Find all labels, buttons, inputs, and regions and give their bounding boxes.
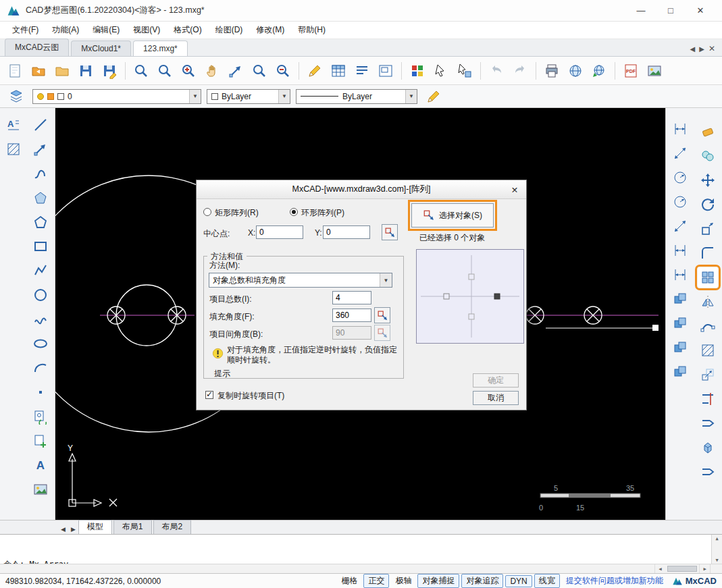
zoom-previous-button[interactable] [249,60,270,82]
redo-button[interactable] [509,60,531,82]
rect-array-radio[interactable] [203,207,211,217]
pick-center-point-button[interactable] [382,224,398,240]
center-y-input[interactable] [323,225,370,239]
menu-modify[interactable]: 修改(M) [249,22,291,38]
move-button[interactable] [698,170,718,190]
zoom-window-button[interactable] [154,60,176,82]
web-publish-button[interactable] [565,60,586,82]
stretch-button[interactable] [698,219,718,239]
circle-tool[interactable] [30,285,51,305]
select-button[interactable] [430,60,452,82]
dropdown-arrow-icon[interactable]: ▼ [405,90,417,103]
extend-button[interactable] [698,413,718,433]
group-button[interactable] [670,362,690,382]
align-button[interactable] [698,462,718,482]
command-hscrollbar[interactable]: ◀ ▶ [0,564,722,573]
toggle-dyn[interactable]: DYN [505,575,532,587]
zoom-in-button[interactable] [178,60,199,82]
select-objects-button[interactable]: 选择对象(S) [411,203,494,228]
command-window[interactable]: 命令: Mx_Array 命令: Mx_Array ▲ ▼ ◀ ▶ [0,534,722,573]
block-copy-button[interactable] [670,338,690,358]
fillet-button[interactable] [698,243,718,263]
text-style-tool[interactable] [3,115,24,135]
menu-draw[interactable]: 绘图(D) [209,22,250,38]
paste-button[interactable] [670,313,690,333]
tab-scroll-left-icon[interactable]: ◀ [690,45,696,53]
block-create-tool[interactable] [30,406,51,427]
viewport-button[interactable] [375,60,396,82]
copy-button[interactable] [698,146,718,166]
zoom-extents-button[interactable] [130,60,152,82]
toggle-otrack[interactable]: 对象追踪 [461,574,503,588]
hatch-edit-button[interactable] [698,340,718,360]
dim-aligned-button[interactable] [670,143,690,163]
pdf-export-button[interactable] [620,60,642,82]
dim-linear-button[interactable] [670,119,690,139]
items-total-input[interactable] [332,291,371,304]
new-file-button[interactable] [4,60,26,82]
hatch-tool[interactable] [3,139,24,159]
menu-edit[interactable]: 编辑(E) [86,22,126,38]
dim-rotated-button[interactable] [670,240,690,261]
scroll-right-icon[interactable]: ▶ [699,564,710,573]
line-tool[interactable] [30,115,51,135]
polygon-outline-tool[interactable] [30,212,51,232]
toggle-ortho[interactable]: 正交 [363,574,389,588]
ok-button[interactable]: 确定 [473,373,519,387]
dropdown-arrow-icon[interactable]: ▼ [278,90,290,103]
open-cloud-button[interactable] [28,60,49,82]
center-x-input[interactable] [256,225,303,239]
toggle-lineweight[interactable]: 线宽 [534,574,560,588]
polyline-edit-button[interactable] [698,316,718,336]
tab-model[interactable]: 模型 [78,520,112,534]
layer-manager-button[interactable] [5,86,27,107]
construction-line-tool[interactable] [30,139,51,159]
scroll-left-icon[interactable]: ◀ [654,564,665,573]
tab-123mxg[interactable]: 123.mxg* [133,41,188,56]
block-insert-tool[interactable] [30,431,51,451]
toggle-polar[interactable]: 极轴 [391,574,415,587]
undo-button[interactable] [486,60,507,82]
dim-continue-button[interactable] [670,265,690,285]
tab-mxcad-cloud[interactable]: MxCAD云图 [5,38,69,56]
rotate-button[interactable] [698,194,718,215]
open-button[interactable] [51,60,73,82]
tab-close-icon[interactable]: ✕ [708,44,715,53]
menu-help[interactable]: 帮助(H) [291,22,332,38]
dropdown-arrow-icon[interactable]: ▼ [189,90,201,103]
array-button[interactable] [698,267,718,288]
zoom-scale-button[interactable] [225,60,247,82]
menu-format[interactable]: 格式(O) [167,22,208,38]
save-as-button[interactable] [99,60,120,82]
arc-tool[interactable] [30,358,51,378]
feedback-link[interactable]: 提交软件问题或增加新功能 [566,575,663,587]
zoom-out-button[interactable] [272,60,294,82]
table-button[interactable] [328,60,349,82]
command-vscrollbar[interactable]: ▲ ▼ [711,535,722,564]
method-dropdown[interactable]: 对象总数和填充角度 ▼ [209,273,392,288]
select-similar-button[interactable] [454,60,475,82]
menu-view[interactable]: 视图(V) [126,22,167,38]
scale-button[interactable] [698,365,718,385]
layout-prev-icon[interactable]: ◀ [58,525,68,534]
toggle-grid[interactable]: 栅格 [337,574,361,587]
dim-radius-button[interactable] [670,167,690,188]
trim-button[interactable] [698,389,718,409]
mirror-button[interactable] [698,292,718,312]
dialog-title-bar[interactable]: MxCAD-[www.mxdraw3d.com]-[阵列] ✕ [197,180,526,199]
explode-button[interactable] [698,437,718,458]
pick-fill-angle-button[interactable] [374,307,390,323]
layout-next-icon[interactable]: ▶ [68,525,78,534]
draw-tool-button[interactable] [304,60,326,82]
tab-layout2[interactable]: 布局2 [153,520,192,534]
maximize-button[interactable]: □ [656,1,686,21]
point-tool[interactable] [30,382,51,402]
text-format-button[interactable] [351,60,373,82]
minimize-button[interactable]: — [626,1,656,21]
print-button[interactable] [541,60,563,82]
hscroll-thumb[interactable] [667,566,697,572]
grip-handle[interactable] [652,325,659,331]
toggle-osnap[interactable]: 对象捕捉 [417,574,459,588]
color-combo[interactable]: ByLayer ▼ [207,89,290,104]
tab-mxcloud1[interactable]: MxCloud1* [71,41,131,56]
